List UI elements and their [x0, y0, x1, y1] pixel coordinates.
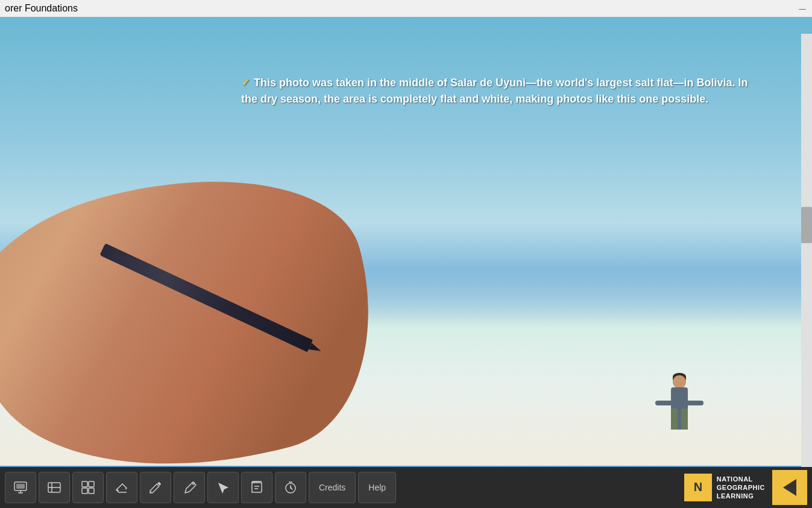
pen-icon — [182, 480, 197, 495]
pen-button[interactable] — [174, 472, 205, 503]
svg-rect-7 — [82, 488, 87, 494]
credits-label: Credits — [319, 483, 345, 492]
natgeo-text: NATIONAL GEOGRAPHIC LEARNING — [717, 475, 765, 501]
natgeo-icon: N — [687, 477, 709, 498]
scroll-indicator[interactable] — [801, 34, 812, 467]
cursor-button[interactable] — [207, 472, 239, 503]
hand-pen-illustration — [0, 170, 404, 472]
svg-rect-1 — [16, 484, 25, 489]
hand-shape — [0, 136, 404, 508]
caption-text: ✓This photo was taken in the middle of S… — [241, 75, 752, 107]
eraser-icon — [115, 480, 129, 495]
titlebar-controls: — — [798, 4, 807, 13]
pencil-icon — [148, 480, 163, 495]
titlebar-title: orer Foundations — [5, 3, 78, 14]
timer-icon — [283, 480, 298, 495]
eraser-button[interactable] — [106, 472, 137, 503]
person-legs — [671, 408, 688, 430]
credits-button[interactable]: Credits — [309, 472, 356, 503]
help-button[interactable]: Help — [358, 472, 396, 503]
scroll-thumb[interactable] — [801, 207, 812, 243]
natgeo-logo: N NATIONAL GEOGRAPHIC LEARNING — [684, 474, 765, 501]
slideshow-button[interactable] — [39, 472, 70, 503]
grid-icon — [81, 480, 95, 495]
timer-button[interactable] — [275, 472, 306, 503]
svg-text:N: N — [694, 480, 702, 494]
person-figure — [655, 339, 703, 430]
svg-rect-6 — [89, 481, 94, 487]
slideshow-icon — [47, 480, 61, 495]
main-content: ✓This photo was taken in the middle of S… — [0, 17, 812, 508]
person-leg-left — [671, 408, 678, 430]
cursor-icon — [216, 480, 230, 495]
caption-overlay: ✓This photo was taken in the middle of S… — [229, 65, 764, 117]
minimize-button[interactable]: — — [798, 4, 807, 13]
back-nav-button[interactable] — [772, 470, 807, 505]
person-head — [673, 375, 686, 389]
back-arrow-icon — [783, 479, 796, 496]
natgeo-yellow-rect: N — [684, 474, 712, 501]
grid-button[interactable] — [72, 472, 104, 503]
person-leg-right — [681, 408, 688, 430]
caption-chevron-icon: ✓ — [241, 75, 250, 91]
present-button[interactable] — [5, 472, 36, 503]
book-icon — [250, 480, 264, 495]
person-arms — [655, 401, 703, 405]
svg-rect-5 — [82, 481, 87, 487]
present-icon — [13, 480, 28, 495]
book-button[interactable] — [241, 472, 272, 503]
svg-rect-8 — [89, 488, 94, 494]
toolbar: Credits Help N NATIONAL GEOGRAPHIC LEARN… — [0, 467, 812, 508]
help-label: Help — [368, 483, 386, 492]
titlebar: orer Foundations — — [0, 0, 812, 17]
pencil-button[interactable] — [140, 472, 171, 503]
